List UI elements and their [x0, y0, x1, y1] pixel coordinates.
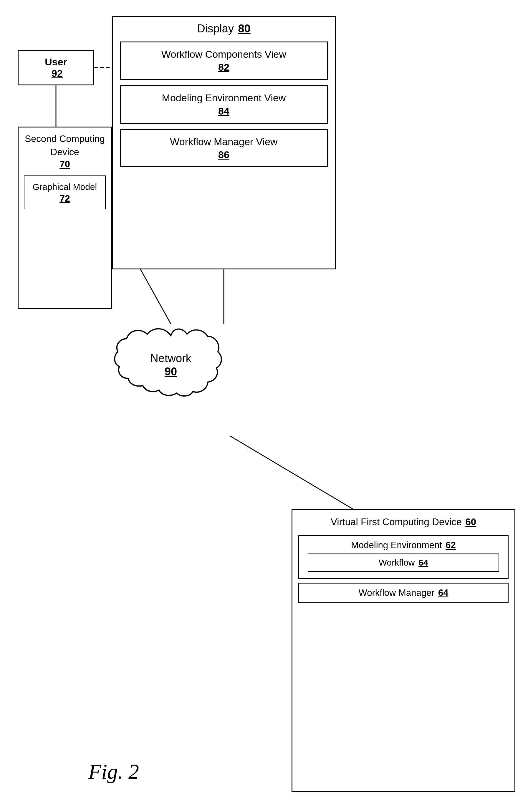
workflow-label: Workflow: [379, 557, 415, 567]
user-label: User: [45, 56, 67, 68]
modeling-environment-view-box: Modeling Environment View 84: [120, 85, 328, 124]
svg-line-4: [230, 436, 353, 509]
display-number: 80: [238, 23, 250, 35]
virtual-device-label: Virtual First Computing Device: [331, 517, 462, 527]
virtual-device-number: 60: [465, 517, 476, 527]
display-box: Display 80 Workflow Components View 82 M…: [112, 16, 336, 270]
svg-text:Network: Network: [150, 352, 191, 364]
network-area: Network 90: [112, 324, 230, 436]
mev-label: Modeling Environment View 84: [124, 91, 323, 117]
workflow-manager-view-box: Workflow Manager View 86: [120, 129, 328, 167]
second-device-box: Second Computing Device 70 Graphical Mod…: [18, 127, 112, 309]
svg-text:90: 90: [165, 365, 177, 378]
user-number: 92: [52, 68, 63, 79]
workflow-number: 64: [418, 557, 428, 567]
modeling-env-number: 62: [445, 540, 456, 550]
network-cloud-svg: Network 90: [112, 324, 230, 436]
workflow-manager-number: 64: [438, 588, 448, 598]
wcv-label: Workflow Components View 82: [124, 48, 323, 74]
workflow-components-view-box: Workflow Components View 82: [120, 42, 328, 80]
diagram-container: User 92 Display 80 Workflow Components V…: [0, 0, 528, 812]
graphical-model-label: Graphical Model: [28, 181, 102, 193]
second-device-label: Second Computing Device: [25, 133, 105, 157]
graphical-model-box: Graphical Model 72: [24, 175, 106, 209]
second-device-number: 70: [59, 159, 70, 169]
graphical-model-number: 72: [59, 193, 70, 204]
workflow-box: Workflow 64: [308, 553, 499, 572]
display-label: Display: [197, 23, 234, 35]
workflow-manager-label: Workflow Manager: [359, 588, 434, 598]
modeling-env-label: Modeling Environment: [351, 540, 442, 550]
workflow-manager-box: Workflow Manager 64: [298, 583, 509, 603]
user-box: User 92: [18, 50, 94, 85]
wmv-label: Workflow Manager View 86: [124, 135, 323, 161]
modeling-environment-box: Modeling Environment 62 Workflow 64: [298, 535, 509, 579]
virtual-device-box: Virtual First Computing Device 60 Modeli…: [291, 509, 515, 792]
fig-label: Fig. 2: [88, 759, 139, 784]
